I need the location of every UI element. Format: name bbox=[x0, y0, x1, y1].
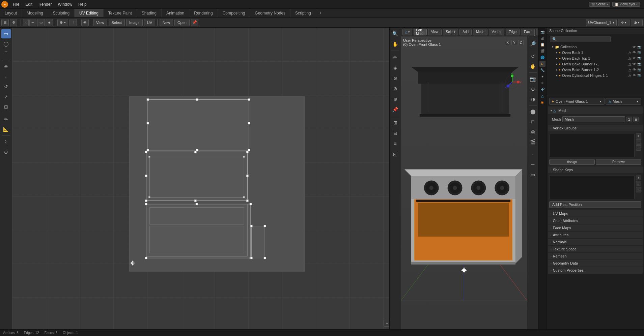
select-mode-island[interactable]: ◈ bbox=[46, 19, 53, 26]
menu-item-edit[interactable]: Edit bbox=[23, 1, 35, 7]
vp-tool-render[interactable]: 🎬 bbox=[528, 137, 538, 147]
outliner-item-0[interactable]: ▸ ▸ Oven Back 1 △ 👁 📷 bbox=[547, 50, 644, 55]
outliner-item-4[interactable]: ▸ ▸ Oven Cylindrical Hinges 1-1 △ 👁 📷 bbox=[547, 72, 644, 78]
props-icon-scene[interactable]: 🎬 bbox=[539, 48, 545, 54]
vg-remove-btn[interactable]: − bbox=[636, 139, 641, 145]
new-image-btn[interactable]: New bbox=[160, 19, 173, 26]
props-icon-output[interactable]: 🖨 bbox=[539, 35, 545, 41]
tab-scripting[interactable]: Scripting bbox=[290, 9, 316, 17]
vg-assign-btn[interactable]: Assign bbox=[549, 159, 595, 165]
tool-grab[interactable]: ⊙ bbox=[1, 147, 11, 157]
vp-tool-orbit[interactable]: ↺ bbox=[528, 52, 538, 61]
item-eye-0[interactable]: 👁 bbox=[633, 51, 636, 54]
outliner-search-input[interactable] bbox=[550, 36, 611, 42]
tab-sculpting[interactable]: Sculpting bbox=[48, 9, 75, 17]
tool-cursor[interactable]: ⊕ bbox=[1, 62, 11, 71]
remesh-header[interactable]: › Remesh bbox=[548, 253, 643, 260]
item-render-3[interactable]: 📷 bbox=[637, 68, 641, 71]
texture-space-header[interactable]: › Texture Space bbox=[548, 246, 643, 253]
tab-uv-editing[interactable]: UV Editing bbox=[75, 9, 104, 17]
tool-transform[interactable]: ⊞ bbox=[1, 102, 11, 112]
tool-rotate[interactable]: ↺ bbox=[1, 82, 11, 91]
item-eye-3[interactable]: 👁 bbox=[633, 68, 636, 71]
mesh-section-header[interactable]: ▾ △ Mesh bbox=[548, 107, 643, 114]
vp-tool-pan[interactable]: ✋ bbox=[528, 62, 538, 71]
shape-keys-header[interactable]: › Shape Keys bbox=[548, 166, 643, 174]
tool-scale[interactable]: ⤢ bbox=[1, 92, 11, 101]
vp-x-axis[interactable]: X bbox=[505, 40, 511, 45]
vp-vertex-menu[interactable]: Vertex bbox=[489, 29, 504, 35]
sk-remove-btn[interactable]: − bbox=[636, 181, 641, 186]
uv-relax-vertices[interactable]: ⊛ bbox=[391, 73, 400, 83]
scene-selector[interactable]: 🎬 Scene ▾ bbox=[589, 2, 610, 7]
item-render-1[interactable]: 📷 bbox=[637, 56, 641, 60]
uv-select-grow[interactable]: ⊕ bbox=[391, 94, 400, 104]
mesh-user-count[interactable]: 1 bbox=[626, 117, 632, 122]
geometry-data-header[interactable]: › Geometry Data bbox=[548, 260, 643, 267]
uv-pin[interactable]: 📌 bbox=[391, 105, 400, 114]
vp-face-menu[interactable]: Face bbox=[521, 29, 534, 35]
vp-edge-menu[interactable]: Edge bbox=[506, 29, 520, 35]
uv-nav-move[interactable]: ✋ bbox=[391, 39, 400, 49]
face-maps-header[interactable]: › Face Maps bbox=[548, 224, 643, 232]
select-mode-edge[interactable]: ─ bbox=[29, 19, 36, 26]
uv-minimize-stretch[interactable]: ◱ bbox=[391, 149, 400, 159]
add-rest-position-btn[interactable]: Add Rest Position bbox=[549, 201, 641, 208]
vp-tool-material[interactable]: ◎ bbox=[528, 127, 538, 136]
props-icon-object[interactable]: ▸ bbox=[539, 61, 545, 67]
tab-rendering[interactable]: Rendering bbox=[189, 9, 218, 17]
open-image-btn[interactable]: Open bbox=[174, 19, 190, 26]
tab-modeling[interactable]: Modeling bbox=[22, 9, 48, 17]
sk-add-btn[interactable]: + bbox=[636, 175, 641, 180]
vp-add-menu[interactable]: Add bbox=[459, 29, 472, 35]
vp-tool-vert-select[interactable]: · bbox=[528, 150, 538, 159]
uv-maps-header[interactable]: › UV Maps bbox=[548, 210, 643, 217]
vp-uv-menu[interactable]: UV bbox=[536, 29, 538, 35]
vertex-groups-header[interactable]: › Vertex Groups bbox=[548, 125, 643, 132]
item-eye-1[interactable]: 👁 bbox=[633, 56, 636, 60]
vp-tool-wireframe[interactable]: □ bbox=[528, 117, 538, 126]
collection-render-icon[interactable]: 📷 bbox=[637, 45, 641, 49]
vp-mesh-menu[interactable]: Mesh bbox=[473, 29, 487, 35]
add-workspace-tab[interactable]: + bbox=[316, 9, 325, 17]
tool-annotate[interactable]: ✏ bbox=[1, 115, 11, 124]
vg-menu-btn[interactable]: ⋯ bbox=[636, 145, 641, 151]
uv-pack-islands[interactable]: ⊟ bbox=[391, 128, 400, 138]
vp-edit-mode[interactable]: Edit Mode bbox=[414, 29, 427, 35]
uv-stitch[interactable]: ⊗ bbox=[391, 84, 400, 93]
tab-shading[interactable]: Shading bbox=[137, 9, 162, 17]
uv-image-menu[interactable]: Image bbox=[126, 19, 143, 26]
vp-tool-edge-select[interactable]: ─ bbox=[528, 160, 538, 169]
uv-nav-zoom[interactable]: 🔍 bbox=[391, 29, 400, 38]
props-icon-physics[interactable]: ⚛ bbox=[539, 80, 545, 86]
vp-tool-face-select[interactable]: ▭ bbox=[528, 170, 538, 179]
vp-editor-type[interactable]: △ ▾ bbox=[402, 29, 412, 35]
tab-geometry-nodes[interactable]: Geometry Nodes bbox=[250, 9, 290, 17]
outliner-item-3[interactable]: ▸ ▸ Oven Bake Burner 1-2 △ 👁 📷 bbox=[547, 67, 644, 72]
vp-tool-camera-persp[interactable]: 📷 bbox=[528, 74, 538, 84]
normals-header[interactable]: › Normals bbox=[548, 239, 643, 246]
uv-settings-btn[interactable]: ⚙ bbox=[10, 19, 17, 26]
item-eye-4[interactable]: 👁 bbox=[633, 73, 636, 77]
vp-tool-overlay[interactable]: ⊙ bbox=[528, 84, 538, 94]
viewport-3d-background[interactable]: X Y Z bbox=[401, 36, 527, 329]
props-icon-particles[interactable]: ✦ bbox=[539, 73, 545, 80]
tool-measure[interactable]: 📐 bbox=[1, 125, 11, 134]
sk-menu-btn[interactable]: ⋯ bbox=[636, 187, 641, 192]
color-attributes-header[interactable]: › Color Attributes bbox=[548, 217, 643, 224]
props-icon-material[interactable]: ◉ bbox=[539, 99, 545, 105]
item-eye-2[interactable]: 👁 bbox=[633, 62, 636, 66]
item-render-4[interactable]: 📷 bbox=[637, 73, 641, 77]
tab-layout[interactable]: Layout bbox=[0, 9, 22, 17]
mesh-data-selector[interactable]: △ Mesh ▾ bbox=[606, 98, 641, 105]
props-icon-world[interactable]: 🌐 bbox=[539, 54, 545, 60]
vp-tool-solid[interactable]: ⬤ bbox=[528, 107, 538, 116]
item-render-0[interactable]: 📷 bbox=[637, 51, 641, 54]
vp-tool-zoom-out[interactable]: 🔎 bbox=[528, 39, 538, 49]
uv-unwrap[interactable]: ⊞ bbox=[391, 118, 400, 127]
select-mode-vertex[interactable]: · bbox=[23, 19, 29, 26]
uv-channel-selector[interactable]: UVChannel_1 ▾ bbox=[586, 19, 617, 26]
item-render-2[interactable]: 📷 bbox=[637, 62, 641, 66]
props-icon-render[interactable]: 📷 bbox=[539, 29, 545, 35]
select-mode-face[interactable]: ▭ bbox=[37, 19, 45, 26]
